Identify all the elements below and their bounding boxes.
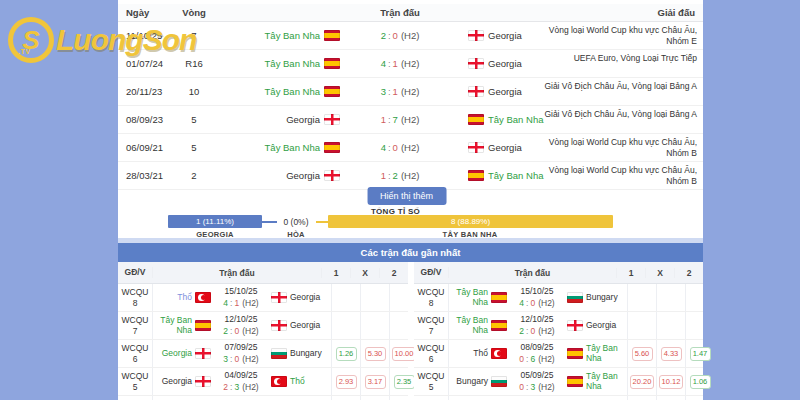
georgia-flag-icon xyxy=(468,30,484,41)
competition-cell: WCQU8 xyxy=(118,284,153,311)
yellow-connector xyxy=(316,221,328,223)
odds-cell: 10.12 xyxy=(656,368,685,395)
bulgaria-flag-icon xyxy=(567,292,583,303)
team2-cell: Georgia xyxy=(564,312,627,339)
bulgaria-flag-icon xyxy=(271,348,287,359)
score-colon: : xyxy=(386,86,393,97)
score-cell: 4:1(H2) xyxy=(350,50,450,77)
spain-flag-icon xyxy=(567,348,583,359)
team2-cell: Bungary xyxy=(268,340,331,367)
score-cell: 1:7(H2) xyxy=(350,106,450,133)
recent-matches-header: Các trận đấu gần nhất xyxy=(118,243,703,262)
team-name: Georgia xyxy=(586,321,616,330)
header-match: Trận đấu xyxy=(350,7,450,18)
h2h-row[interactable]: 06/09/215Tây Ban Nha4:0(H2)GeorgiaVòng l… xyxy=(118,134,703,162)
odds-cell xyxy=(331,312,360,339)
match-row[interactable]: WCQU7Tây Ban Nha12/10/252:0(H2)Georgia xyxy=(414,312,703,340)
team-name: Tây Ban Nha xyxy=(586,372,627,391)
date-score-cell: 04/09/252:3(H2) xyxy=(214,368,268,395)
header-2: 2 xyxy=(674,268,703,278)
georgia-wins-value: 1 (11.11%) xyxy=(196,217,234,226)
competition-round: 8 xyxy=(429,298,434,308)
match-row[interactable]: WCQU5Bungary05/09/250:3(H2)Tây Ban Nha20… xyxy=(414,368,703,396)
home-team-cell: Tây Ban Nha xyxy=(218,134,340,161)
date-score-cell: 07/09/253:0(H2) xyxy=(214,340,268,367)
match-row[interactable]: WCQU5Georgia04/09/252:3(H2)Thổ2.933.172.… xyxy=(118,368,408,396)
match-row[interactable]: WCQU7Tây Ban Nha12/10/252:0(H2)Georgia xyxy=(118,312,408,340)
header-1: 1 xyxy=(321,268,350,278)
spain-wins-bar: 8 (88.89%) xyxy=(328,215,613,228)
home-team-cell: Georgia xyxy=(218,106,340,133)
team1-cell xyxy=(449,396,510,400)
spain-flag-icon xyxy=(491,292,507,303)
team1-cell: Thổ xyxy=(153,284,214,311)
competition-cell: WCQU7 xyxy=(414,312,449,339)
home-team-cell: Tây Ban Nha xyxy=(218,78,340,105)
odds-cell xyxy=(627,312,656,339)
team-name: Tây Ban Nha xyxy=(449,288,488,307)
show-more-button[interactable]: Hiển thị thêm xyxy=(367,187,446,205)
score-note: (H2) xyxy=(398,86,419,97)
match-row[interactable]: WCQU6Thổ08/09/250:6(H2)Tây Ban Nha5.604.… xyxy=(414,340,703,368)
h2h-row[interactable]: 01/07/24R16Tây Ban Nha4:1(H2)GeorgiaUEFA… xyxy=(118,50,703,78)
team2-cell: Georgia xyxy=(268,312,331,339)
score-colon: : xyxy=(386,58,393,69)
competition-round: 7 xyxy=(429,326,434,336)
team2-cell: Georgia xyxy=(268,284,331,311)
h2h-row[interactable]: 08/09/235Georgia1:7(H2)Tây Ban NhaGiải V… xyxy=(118,106,703,134)
odds-cell xyxy=(656,396,685,400)
h2h-row[interactable]: 28/03/212Georgia1:2(H2)Tây Ban NhaVòng l… xyxy=(118,162,703,190)
georgia-flag-icon xyxy=(468,58,484,69)
odds-cell xyxy=(656,284,685,311)
match-score: 0:3(H2) xyxy=(519,382,554,393)
h2h-table: 11/10/257Tây Ban Nha2:0(H2)GeorgiaVòng l… xyxy=(118,22,703,190)
match-date: 12/10/25 xyxy=(520,314,553,325)
team-name: Georgia xyxy=(488,58,522,69)
competition-code: WCQU xyxy=(418,287,445,297)
header-2: 2 xyxy=(379,268,408,278)
odds-cell xyxy=(331,396,360,400)
match-date: 04/09/25 xyxy=(224,370,257,381)
match-row[interactable]: WCQU8Thổ15/10/254:1(H2)Georgia xyxy=(118,284,408,312)
match-score: 2:0(H2) xyxy=(519,326,554,337)
georgia-flag-icon xyxy=(195,376,211,387)
competition-code: WCQU xyxy=(122,287,149,297)
team2-cell: Tây Ban Nha xyxy=(564,340,627,367)
score-colon: : xyxy=(386,114,393,125)
score-note: (H2) xyxy=(239,382,259,392)
date-score-cell: 12/10/252:0(H2) xyxy=(510,312,564,339)
team-name: Georgia xyxy=(488,142,522,153)
score-note: (H2) xyxy=(398,142,419,153)
h2h-row[interactable]: 11/10/257Tây Ban Nha2:0(H2)GeorgiaVòng l… xyxy=(118,22,703,50)
odds-cell xyxy=(360,312,389,339)
spain-flag-icon xyxy=(468,170,484,181)
odds-cell xyxy=(331,284,360,311)
odds-cell xyxy=(360,284,389,311)
odds-cell: 5.30 xyxy=(360,340,389,367)
team-name: Tây Ban Nha xyxy=(153,316,192,335)
header-x: X xyxy=(645,268,674,278)
competition-cell: WCQU5 xyxy=(414,368,449,395)
h2h-row[interactable]: 20/11/2310Tây Ban Nha3:1(H2)GeorgiaGiải … xyxy=(118,78,703,106)
date-score-cell: 05/09/250:3(H2) xyxy=(510,368,564,395)
odds-cell: 1.06 xyxy=(685,368,714,395)
luongson-logo[interactable]: S .TV LuongSon xyxy=(8,14,196,66)
team1-cell: Tây Ban Nha xyxy=(153,312,214,339)
competition-cell: UNLF xyxy=(414,396,449,400)
odds-value: 4.33 xyxy=(661,347,682,361)
bulgaria-flag-icon xyxy=(491,376,507,387)
team2-cell: Bungary xyxy=(564,284,627,311)
luongson-emblem-icon: S .TV xyxy=(8,17,54,63)
match-row[interactable]: WCQU8Tây Ban Nha15/10/254:0(H2)Bungary xyxy=(414,284,703,312)
odds-cell xyxy=(360,396,389,400)
match-row[interactable]: UNLF09/06/25Tây Ban Nha xyxy=(414,396,703,400)
georgia-flag-icon xyxy=(195,348,211,359)
team-name: Georgia xyxy=(162,377,192,386)
match-row[interactable]: WCQU6Georgia07/09/253:0(H2)Bungary1.265.… xyxy=(118,340,408,368)
match-row[interactable]: 08/06/25 xyxy=(118,396,408,400)
odds-cell xyxy=(627,284,656,311)
match-date-cell: 20/11/23 xyxy=(126,78,178,105)
tournament-cell: Vòng loại World Cup khu vực Châu Âu, Nhó… xyxy=(529,134,697,164)
recent-table-left: GĐ/V Trận đấu 1 X 2 WCQU8Thổ15/10/254:1(… xyxy=(118,262,408,400)
tournament-cell: UEFA Euro, Vòng Loại Trực Tiếp xyxy=(529,50,697,80)
